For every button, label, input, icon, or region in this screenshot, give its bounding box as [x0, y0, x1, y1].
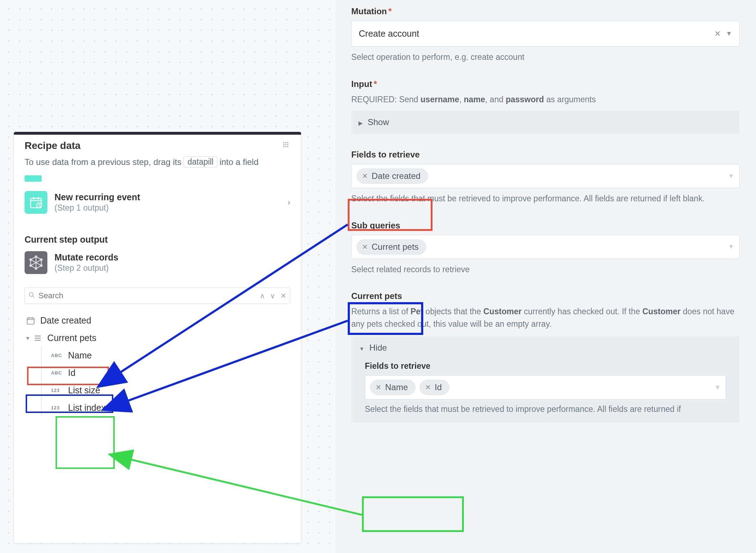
pill-name-label: Name	[385, 382, 408, 392]
svg-point-11	[35, 256, 37, 258]
step-1-sub: (Step 1 output)	[55, 203, 280, 213]
output-tree: Date created ▼ Current pets ABC Name ABC…	[14, 308, 301, 417]
subq-helper: Select related records to retrieve	[351, 263, 740, 276]
tree-id-label: Id	[68, 368, 76, 378]
search-bar[interactable]: ∧ ∨ ✕	[25, 288, 290, 304]
pill-current-pets[interactable]: ✕ Current pets	[357, 239, 426, 254]
previous-step-stub	[25, 175, 42, 182]
input-label: Input*	[351, 79, 740, 89]
dropdown-caret-icon: ▼	[726, 30, 732, 37]
clear-mutation-icon[interactable]: ✕	[714, 29, 721, 38]
fields-helper: Select the fields that must be retrieved…	[351, 192, 740, 205]
pill-id[interactable]: ✕ Id	[420, 380, 449, 395]
remove-pill-icon[interactable]: ✕	[376, 383, 382, 392]
input-show-toggle[interactable]: Show	[351, 110, 740, 134]
tree-list-index-label: List index	[68, 403, 106, 413]
calendar-icon	[25, 191, 47, 214]
fields-to-retrieve-label: Fields to retrieve	[351, 150, 740, 160]
current-pets-inner-panel: Hide Fields to retrieve ✕ Name ✕ Id ▼ Se…	[351, 336, 740, 423]
tree-list-index[interactable]: 123 List index	[25, 399, 290, 417]
search-input[interactable]	[38, 291, 260, 300]
drag-handle-icon[interactable]	[281, 140, 290, 149]
abc-type-icon: ABC	[50, 353, 64, 358]
current-pets-helper: Returns a list of Pet objects that the C…	[351, 305, 740, 330]
search-prev-icon[interactable]: ∧	[260, 291, 265, 300]
caret-down-icon: ▼	[25, 335, 30, 341]
pill-date-created-label: Date created	[372, 171, 420, 181]
pill-date-created[interactable]: ✕ Date created	[357, 169, 428, 184]
search-clear-icon[interactable]: ✕	[280, 291, 286, 300]
tree-date-created-label: Date created	[40, 315, 91, 326]
fields-to-retrieve-input[interactable]: ✕ Date created ▼	[351, 164, 740, 188]
current-step-output-label: Current step output	[14, 220, 301, 250]
svg-rect-18	[27, 318, 34, 324]
mutation-value: Create account	[359, 29, 419, 39]
triangle-right-icon	[358, 117, 363, 127]
current-pets-hide-toggle[interactable]: Hide	[351, 336, 740, 359]
step-2-title: Mutate records	[55, 252, 277, 263]
pill-current-pets-label: Current pets	[372, 242, 419, 252]
mutation-helper: Select operation to perform, e.g. create…	[351, 51, 740, 63]
svg-point-5	[288, 144, 288, 145]
svg-point-12	[35, 268, 37, 269]
chevron-down-icon: ⌄	[284, 258, 290, 267]
inner-fields-label: Fields to retrieve	[365, 361, 726, 371]
config-panel: Mutation* Create account ✕ ▼ Select oper…	[335, 0, 756, 553]
sub-queries-input[interactable]: ✕ Current pets ▼	[351, 235, 740, 259]
svg-point-0	[284, 143, 284, 143]
triangle-down-icon	[359, 343, 364, 353]
remove-pill-icon[interactable]: ✕	[425, 383, 431, 392]
tree-name-label: Name	[68, 350, 92, 361]
remove-pill-icon[interactable]: ✕	[362, 243, 368, 251]
recipe-data-subtitle: To use data from a previous step, drag i…	[14, 155, 301, 175]
svg-point-14	[41, 259, 42, 260]
search-icon	[29, 292, 35, 300]
step-2-block[interactable]: Mutate records (Step 2 output) ⌄	[14, 250, 301, 280]
abc-type-icon: ABC	[50, 370, 64, 376]
tree-date-created[interactable]: Date created	[25, 312, 290, 329]
tree-id[interactable]: ABC Id	[25, 364, 290, 382]
mutation-select[interactable]: Create account ✕ ▼	[351, 21, 740, 47]
search-next-icon[interactable]: ∨	[270, 291, 275, 300]
tree-list-size[interactable]: 123 List size	[25, 382, 290, 399]
chevron-right-icon: ›	[288, 197, 290, 207]
tree-current-pets-label: Current pets	[47, 333, 97, 343]
tree-list-size-label: List size	[68, 385, 100, 396]
hide-label: Hide	[369, 343, 387, 353]
subtitle-text-pre: To use data from a previous step, drag i…	[25, 157, 181, 167]
number-type-icon: 123	[50, 405, 64, 410]
subtitle-text-post: into a field	[219, 157, 258, 167]
svg-point-7	[285, 146, 286, 147]
pill-name[interactable]: ✕ Name	[370, 380, 415, 395]
number-type-icon: 123	[50, 388, 64, 393]
step-2-sub: (Step 2 output)	[55, 263, 277, 273]
svg-point-8	[288, 146, 288, 147]
step-1-title: New recurring event	[55, 192, 280, 202]
tree-name[interactable]: ABC Name	[25, 347, 290, 364]
svg-point-15	[30, 265, 32, 267]
recipe-data-panel: Recipe data To use data from a previous …	[14, 132, 301, 543]
list-icon	[32, 334, 43, 343]
inner-fields-input[interactable]: ✕ Name ✕ Id ▼	[365, 375, 726, 399]
dropdown-caret-icon: ▼	[714, 384, 721, 391]
svg-point-6	[284, 146, 284, 147]
date-icon	[25, 316, 36, 325]
show-label: Show	[368, 117, 389, 127]
svg-point-2	[288, 143, 288, 143]
input-helper: REQUIRED: Send username, name, and passw…	[351, 93, 740, 106]
pill-id-label: Id	[435, 382, 442, 392]
inner-fields-helper: Select the fields that must be retrieved…	[365, 403, 726, 415]
remove-pill-icon[interactable]: ✕	[362, 172, 368, 180]
sub-queries-label: Sub queries	[351, 221, 740, 231]
mutation-label: Mutation*	[351, 6, 740, 16]
svg-point-3	[284, 144, 284, 145]
svg-point-1	[285, 143, 286, 143]
tree-current-pets[interactable]: ▼ Current pets	[25, 329, 290, 347]
step-1-block[interactable]: New recurring event (Step 1 output) ›	[14, 185, 301, 220]
svg-point-17	[29, 293, 33, 296]
svg-point-13	[30, 259, 32, 260]
dropdown-caret-icon: ▼	[728, 243, 734, 250]
graphql-icon	[25, 251, 47, 274]
recipe-data-title: Recipe data	[25, 140, 81, 151]
svg-point-16	[41, 265, 42, 267]
